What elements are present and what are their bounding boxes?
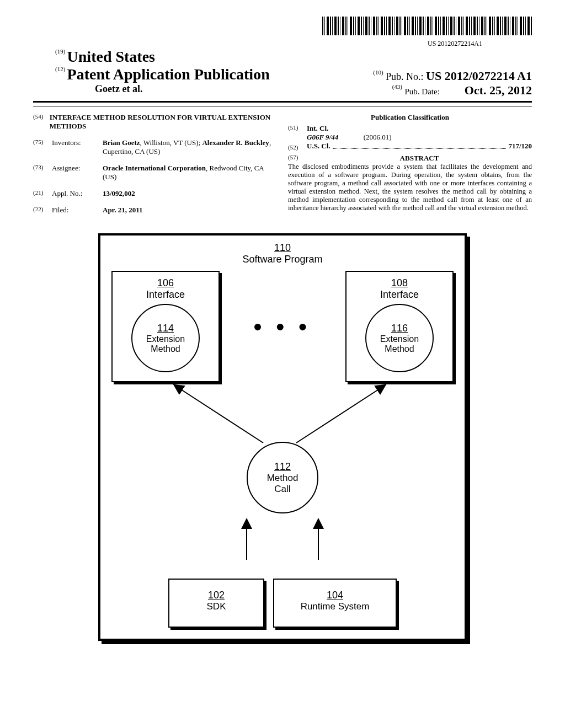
publication-type: Patent Application Publication xyxy=(67,66,270,83)
code-43: (43) xyxy=(392,83,402,90)
pubdate-value: Oct. 25, 2012 xyxy=(465,83,532,97)
extension-method-circle-114: 114 Extension Method xyxy=(131,304,200,372)
ref-112: 112 xyxy=(274,461,291,473)
sdk-box-102: 102 SDK xyxy=(168,579,264,628)
divider-thick xyxy=(33,101,532,103)
inventor-1-name: Brian Goetz xyxy=(103,138,140,147)
dot-leader xyxy=(333,143,507,149)
label-108: Interface xyxy=(350,289,449,301)
label-102: SDK xyxy=(175,601,258,612)
inventors-label: Inventors: xyxy=(52,138,103,156)
intcl-label: Int. Cl. xyxy=(307,124,328,132)
ref-116: 116 xyxy=(391,323,408,334)
ellipsis-dots: ● ● ● xyxy=(253,318,312,335)
inventor-1-loc: , Williston, VT (US); xyxy=(140,138,202,147)
abstract-heading: ABSTRACT xyxy=(307,154,532,163)
filed-value: Apr. 21, 2011 xyxy=(103,206,142,214)
applno-label: Appl. No.: xyxy=(52,189,103,198)
ref-102: 102 xyxy=(175,590,258,601)
code-57: (57) xyxy=(288,154,307,163)
label-114a: Extension xyxy=(146,334,185,344)
country-name: United States xyxy=(67,48,155,65)
assignee-label: Assignee: xyxy=(52,164,103,181)
ref-106: 106 xyxy=(116,277,215,289)
interface-box-106: 106 Interface 114 Extension Method xyxy=(111,271,220,382)
intcl-code: G06F 9/44 xyxy=(307,133,338,141)
label-110: Software Program xyxy=(111,254,454,265)
assignee-value: Oracle International Corporation, Redwoo… xyxy=(103,164,277,181)
barcode-number: US 20120272214A1 xyxy=(33,40,532,48)
label-112a: Method xyxy=(267,473,299,484)
code-54: (54) xyxy=(33,113,50,131)
pubno-label: Pub. No.: xyxy=(386,71,424,82)
code-51: (51) xyxy=(288,124,307,142)
label-112b: Call xyxy=(274,484,290,495)
code-10: (10) xyxy=(373,69,383,76)
assignee-name: Oracle International Corporation xyxy=(103,164,206,172)
applno-value: 13/092,002 xyxy=(103,189,135,197)
ref-104: 104 xyxy=(280,590,390,601)
barcode-graphic xyxy=(322,17,532,35)
inventor-2-name: Alexander R. Buckley xyxy=(202,138,269,147)
abstract-body: The disclosed embodiments provide a syst… xyxy=(288,163,532,212)
pub-classification-heading: Publication Classification xyxy=(288,113,532,122)
inventors-value: Brian Goetz, Williston, VT (US); Alexand… xyxy=(103,138,277,156)
ref-114: 114 xyxy=(157,323,174,334)
authors: Goetz et al. xyxy=(55,83,142,98)
interface-box-108: 108 Interface 116 Extension Method xyxy=(345,271,454,382)
label-116a: Extension xyxy=(380,334,419,344)
label-104: Runtime System xyxy=(280,601,390,612)
ref-108: 108 xyxy=(350,277,449,289)
code-52: (52) xyxy=(288,144,307,151)
pubdate-label: Pub. Date: xyxy=(404,87,439,96)
code-22: (22) xyxy=(33,206,52,215)
filed-label: Filed: xyxy=(52,206,103,215)
code-12: (12) xyxy=(55,66,65,72)
extension-method-circle-116: 116 Extension Method xyxy=(365,304,434,372)
code-73: (73) xyxy=(33,164,52,181)
label-114b: Method xyxy=(151,344,180,354)
uscl-value: 717/120 xyxy=(508,142,532,151)
pubno-value: US 2012/0272214 A1 xyxy=(426,69,532,83)
label-106: Interface xyxy=(116,289,215,301)
svg-line-0 xyxy=(175,386,263,443)
runtime-system-box-104: 104 Runtime System xyxy=(273,579,397,628)
intcl-date: (2006.01) xyxy=(364,133,392,141)
divider-thin xyxy=(33,106,532,106)
ref-110: 110 xyxy=(111,242,454,254)
figure-software-program-box: 110 Software Program 106 Interface 114 E… xyxy=(98,233,467,641)
svg-line-1 xyxy=(296,386,385,443)
code-19: (19) xyxy=(55,48,65,55)
invention-title: INTERFACE METHOD RESOLUTION FOR VIRTUAL … xyxy=(50,113,277,131)
code-75: (75) xyxy=(33,138,52,156)
uscl-label: U.S. Cl. xyxy=(307,142,331,151)
barcode-region xyxy=(33,17,532,38)
method-call-circle-112: 112 Method Call xyxy=(247,442,318,513)
code-21: (21) xyxy=(33,189,52,198)
label-116b: Method xyxy=(385,344,414,354)
